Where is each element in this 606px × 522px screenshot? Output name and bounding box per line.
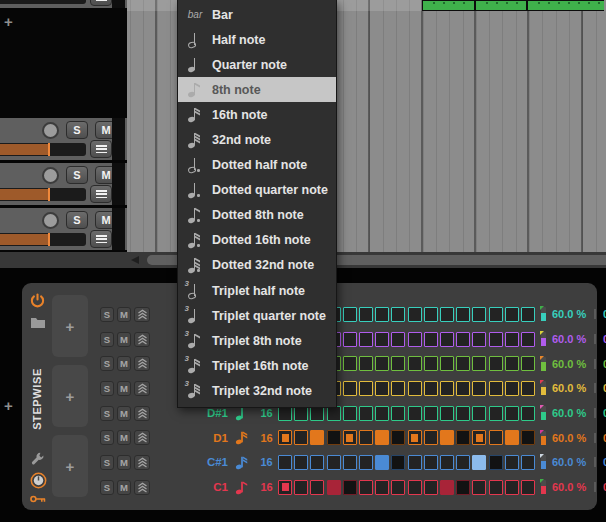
menu-item-8th-note[interactable]: 8th note (178, 77, 336, 102)
menu-item-32nd-note[interactable]: 32nd note (178, 127, 336, 152)
lane-solo-button[interactable]: S (100, 332, 114, 347)
step-cell-off[interactable] (408, 332, 422, 347)
step-cell-on[interactable] (440, 430, 454, 445)
lane-step-count[interactable]: 16 (258, 432, 275, 444)
step-cell-off[interactable] (343, 381, 357, 396)
step-cell-off[interactable] (391, 406, 405, 421)
menu-item-half-note[interactable]: Half note (178, 27, 336, 52)
menu-item-triplet-quarter-note[interactable]: 3Triplet quarter note (178, 303, 336, 328)
step-cell-off[interactable] (521, 480, 535, 495)
step-cell-off[interactable] (424, 356, 438, 371)
step-cell-dim[interactable] (456, 430, 470, 445)
step-cell-dim[interactable] (456, 480, 470, 495)
add-lane-button[interactable]: + (52, 295, 88, 357)
step-cell-off[interactable] (408, 480, 422, 495)
step-cell-off[interactable] (521, 381, 535, 396)
lane-solo-button[interactable]: S (100, 480, 114, 495)
record-arm-button[interactable] (42, 212, 59, 229)
lane-step-count[interactable]: 16 (258, 481, 275, 493)
add-track-plus-icon[interactable]: + (4, 14, 13, 29)
lane-percent-a[interactable]: 60.0 % (552, 358, 592, 370)
step-cell-off[interactable] (408, 356, 422, 371)
lane-mute-button[interactable]: M (117, 480, 131, 495)
midi-clip[interactable] (527, 0, 604, 11)
lane-chevron-stack-button[interactable] (134, 430, 150, 445)
lane-note-length-selector[interactable] (235, 454, 249, 471)
lane-chevron-stack-button[interactable] (134, 480, 150, 495)
lane-chevron-stack-button[interactable] (134, 381, 150, 396)
lane-chevron-stack-button[interactable] (134, 406, 150, 421)
track-menu-button[interactable] (90, 140, 112, 158)
device-power-icon[interactable] (30, 293, 45, 308)
lane-percent-a[interactable]: 60.0 % (552, 333, 592, 345)
step-cell-off[interactable] (343, 406, 357, 421)
step-cell-dim[interactable] (391, 455, 405, 470)
step-cell-on[interactable] (505, 430, 519, 445)
step-cell-off[interactable] (375, 381, 389, 396)
fader-handle[interactable] (48, 233, 50, 246)
step-cell-off[interactable] (294, 406, 308, 421)
step-cell-off[interactable] (375, 307, 389, 322)
step-cell-off[interactable] (521, 332, 535, 347)
step-cell-off[interactable] (294, 480, 308, 495)
step-cell-off[interactable] (472, 406, 486, 421)
step-cell-off[interactable] (327, 455, 341, 470)
lane-step-count[interactable]: 16 (258, 456, 275, 468)
lane-percent-a[interactable]: 60.0 % (552, 382, 592, 394)
step-cell-off[interactable] (310, 406, 324, 421)
step-cell-alt[interactable] (440, 480, 454, 495)
step-cell-off[interactable] (489, 430, 503, 445)
step-cell-on[interactable] (375, 455, 389, 470)
lane-percent-a[interactable]: 60.0 % (552, 308, 592, 320)
solo-button[interactable]: S (66, 211, 88, 229)
lane-solo-button[interactable]: S (100, 307, 114, 322)
lane-percent-a[interactable]: 60.0 % (552, 407, 592, 419)
step-cell-off[interactable] (359, 406, 373, 421)
step-cell-off[interactable] (375, 406, 389, 421)
scroll-left-arrow-icon[interactable] (131, 256, 139, 264)
step-cell-off[interactable] (505, 406, 519, 421)
wrench-icon[interactable] (30, 451, 45, 466)
menu-item-triplet-half-note[interactable]: 3Triplet half note (178, 278, 336, 303)
lane-solo-button[interactable]: S (100, 406, 114, 421)
step-cell-off[interactable] (391, 381, 405, 396)
track-menu-button[interactable] (90, 0, 112, 6)
step-cell-off[interactable] (391, 332, 405, 347)
step-cell-off[interactable] (327, 406, 341, 421)
lane-solo-button[interactable]: S (100, 430, 114, 445)
lane-mute-button[interactable]: M (117, 332, 131, 347)
step-cell-off[interactable] (440, 307, 454, 322)
lane-percent-a[interactable]: 60.0 % (552, 481, 592, 493)
lane-solo-button[interactable]: S (100, 381, 114, 396)
lane-note-length-selector[interactable] (235, 429, 249, 446)
step-cell-off[interactable] (521, 406, 535, 421)
step-cell-off[interactable] (424, 480, 438, 495)
step-cell-off[interactable] (408, 307, 422, 322)
step-cell-off[interactable] (408, 406, 422, 421)
volume-fader[interactable] (0, 233, 86, 246)
lane-step-count[interactable]: 16 (258, 407, 275, 419)
step-cell-off[interactable] (424, 406, 438, 421)
lane-mute-button[interactable]: M (117, 356, 131, 371)
step-cell-off[interactable] (408, 381, 422, 396)
step-cell-off[interactable] (456, 455, 470, 470)
lane-chevron-stack-button[interactable] (134, 332, 150, 347)
step-cell-off[interactable] (440, 381, 454, 396)
step-cell-off[interactable] (505, 307, 519, 322)
volume-fader[interactable] (0, 188, 86, 201)
volume-fader[interactable] (0, 143, 86, 156)
lane-solo-button[interactable]: S (100, 455, 114, 470)
step-cell-off[interactable] (310, 455, 324, 470)
step-cell-off[interactable] (343, 356, 357, 371)
step-cell-off[interactable] (294, 430, 308, 445)
step-cell-alt[interactable] (472, 455, 486, 470)
step-cell-off[interactable] (310, 480, 324, 495)
step-cell-dot[interactable] (343, 430, 357, 445)
add-lane-button[interactable]: + (52, 365, 88, 427)
step-cell-off[interactable] (489, 381, 503, 396)
step-cell-off[interactable] (343, 455, 357, 470)
step-cell-off[interactable] (472, 307, 486, 322)
step-cell-dim[interactable] (343, 480, 357, 495)
menu-item-dotted-32nd-note[interactable]: Dotted 32nd note (178, 253, 336, 278)
menu-item-triplet-16th-note[interactable]: 3Triplet 16th note (178, 353, 336, 378)
